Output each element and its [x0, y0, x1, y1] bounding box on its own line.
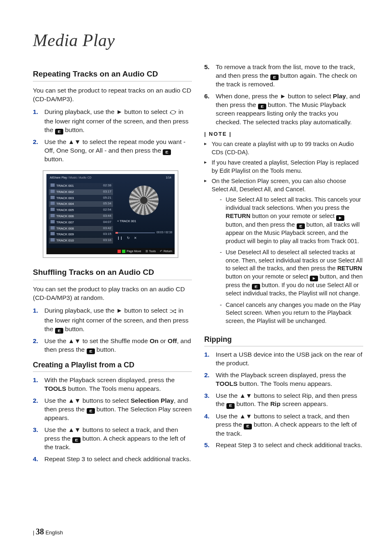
track-row: TRACK 00305:21: [49, 195, 113, 201]
playlist-step-2: 2. Use the ▲▼ buttons to select Selectio…: [33, 397, 192, 422]
text: When done, press the ► button to select: [216, 93, 333, 100]
repeat-intro: You can set the product to repeat tracks…: [33, 86, 192, 104]
step-number: 2.: [204, 371, 216, 388]
text: Insert a USB device into the USB jack on…: [216, 350, 363, 368]
text-return: RETURN: [337, 265, 362, 272]
text: With the Playback screen displayed, pres…: [44, 376, 175, 383]
enter-icon: [163, 149, 171, 155]
enter-icon: [270, 74, 279, 80]
repeat-icon: [169, 109, 177, 117]
text: button.: [97, 346, 116, 353]
playback-screenshot: AllShare Play / Music / Audio CD 1/14 TR…: [43, 170, 178, 258]
playlist-steps: 1. With the Playback screen displayed, p…: [33, 376, 192, 464]
shuffle-icon: ✕: [134, 236, 137, 241]
ripping-steps: 1. Insert a USB device into the USB jack…: [204, 350, 363, 450]
track-row: TRACK 00102:38: [49, 183, 113, 189]
crumb-last: Audio CD: [79, 176, 92, 179]
crumb-app: AllShare Play: [50, 176, 67, 179]
text: During playback, use the ► button to sel…: [44, 307, 169, 314]
now-playing-panel: + TRACK 001 00:03 / 02:38 ❙❙ ↻ ✕: [115, 183, 172, 246]
hint-return: Return: [164, 249, 172, 253]
step-number: 1.: [33, 306, 44, 334]
page-footer: | 38 English: [33, 526, 63, 537]
track-row: TRACK 00603:44: [49, 214, 113, 219]
content-columns: Repeating Tracks on an Audio CD You can …: [33, 63, 363, 467]
text: button.: [44, 155, 64, 162]
repeat-step-1: 1. During playback, use the ► button to …: [33, 108, 192, 135]
enter-icon: [226, 403, 235, 409]
playlist-steps-cont: 5. To remove a track from the list, move…: [204, 63, 363, 127]
heading-repeat: Repeating Tracks on an Audio CD: [33, 69, 192, 82]
text: button.: [65, 325, 84, 332]
note-subitem: Use Select All to select all tracks. Thi…: [220, 196, 363, 245]
enter-icon: [55, 129, 63, 135]
text: Use the ▲▼ buttons to select: [44, 397, 131, 404]
breadcrumb: AllShare Play / Music / Audio CD: [50, 176, 92, 179]
now-playing-title: + TRACK 001: [115, 219, 172, 223]
note-item: On the Selection Play screen, you can al…: [204, 177, 363, 328]
progress-bar: 00:03 / 02:38: [115, 231, 172, 234]
track-row: TRACK 01003:16: [49, 238, 113, 244]
track-list: TRACK 00102:38 TRACK 00203:17 TRACK 0030…: [49, 183, 113, 246]
text-tools: TOOLS: [216, 380, 238, 387]
play-icon: [310, 276, 318, 281]
text: If you have created a playlist, Selectio…: [212, 159, 363, 175]
text: button on your remote or select: [250, 213, 336, 219]
hint-tools: Tools: [149, 249, 156, 253]
text: or: [159, 337, 168, 344]
enter-icon: [252, 284, 260, 290]
pause-icon: ❙❙: [117, 236, 123, 241]
footer-language: English: [46, 529, 63, 536]
elapsed-time: 00:03 / 02:38: [157, 231, 172, 234]
track-row: TRACK 00704:07: [49, 220, 113, 225]
text: button on your remote or select: [226, 273, 310, 280]
playback-controls: ❙❙ ↻ ✕: [115, 234, 172, 241]
left-column: Repeating Tracks on an Audio CD You can …: [33, 63, 192, 467]
heading-playlist: Creating a Playlist from a CD: [33, 360, 192, 372]
footer-page-number: 38: [36, 527, 44, 536]
track-count: 1/14: [166, 176, 171, 179]
text: screen appears.: [281, 400, 328, 407]
track-row: TRACK 00803:42: [49, 226, 113, 232]
playlist-step-1: 1. With the Playback screen displayed, p…: [33, 376, 192, 393]
text: During playback, use the ► button to sel…: [44, 108, 169, 115]
step-number: 5.: [204, 63, 216, 89]
heading-ripping: Ripping: [204, 334, 363, 346]
enter-icon: [297, 223, 305, 229]
step-number: 3.: [204, 392, 216, 409]
track-row: TRACK 00502:54: [49, 207, 113, 213]
text: Use the ▲▼ to set the Shuffle mode: [44, 337, 150, 344]
step-number: 2.: [33, 397, 44, 422]
step-number: 1.: [33, 108, 44, 135]
step-number: 3.: [33, 426, 44, 452]
enter-icon: [244, 424, 252, 429]
disc-icon: [129, 186, 159, 215]
text: button.: [65, 126, 84, 133]
hint-pagemove: Page Move: [127, 249, 141, 253]
text: button, and then press the: [226, 221, 297, 228]
footer-bar: |: [33, 529, 34, 536]
step-number: 2.: [33, 337, 44, 354]
note-heading: | NOTE |: [204, 130, 363, 138]
text: Use Select All to select all tracks. Thi…: [226, 196, 361, 211]
text: button. The Tools menu appears.: [238, 380, 332, 387]
note-subitem: Use Deselect All to deselect all selecte…: [220, 248, 363, 298]
ripping-step-1: 1. Insert a USB device into the USB jack…: [204, 350, 363, 368]
enter-icon: [55, 328, 63, 334]
text: On the Selection Play screen, you can al…: [212, 178, 346, 193]
enter-icon: [87, 348, 95, 354]
track-row: TRACK 00405:34: [49, 201, 113, 207]
note-item: You can create a playlist with up to 99 …: [204, 140, 363, 156]
text: Cancel cancels any changes you made on t…: [226, 301, 363, 325]
ripping-step-3: 3. Use the ▲▼ buttons to select Rip, and…: [204, 392, 363, 409]
play-icon: [336, 215, 344, 221]
heading-shuffle: Shuffling Tracks on an Audio CD: [33, 267, 192, 280]
text: button. The: [236, 400, 270, 407]
ripping-step-4: 4. Use the ▲▼ buttons to select a track,…: [204, 412, 363, 438]
text-return: RETURN: [226, 213, 250, 219]
enter-icon: [258, 104, 266, 109]
repeat-step-2: 2. Use the ▲▼ to select the repeat mode …: [33, 138, 192, 164]
step-number: 6.: [204, 92, 216, 127]
shuffle-step-2: 2. Use the ▲▼ to set the Shuffle mode On…: [33, 337, 192, 354]
shuffle-intro: You can set the product to play tracks o…: [33, 285, 192, 302]
